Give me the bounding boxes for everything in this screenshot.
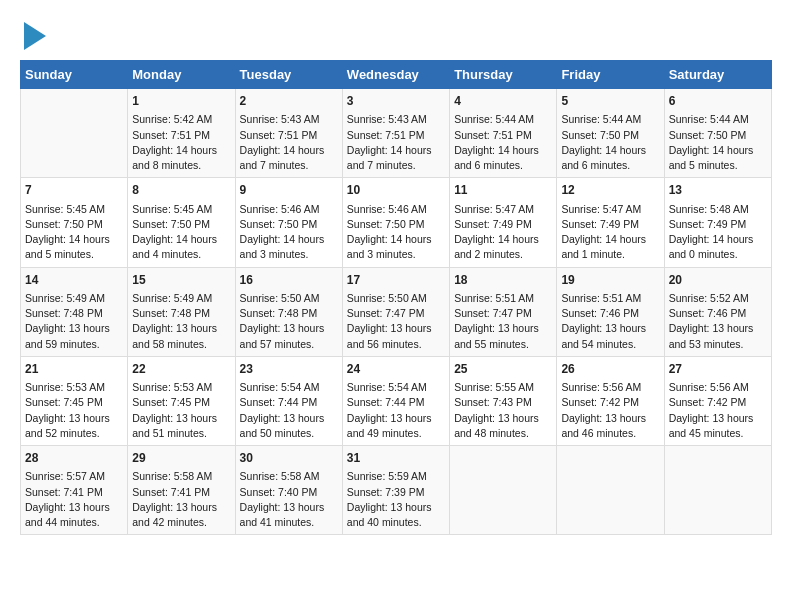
calendar-cell: 13Sunrise: 5:48 AMSunset: 7:49 PMDayligh…	[664, 178, 771, 267]
day-number: 5	[561, 93, 659, 110]
calendar-cell	[21, 89, 128, 178]
day-number: 23	[240, 361, 338, 378]
column-header-tuesday: Tuesday	[235, 61, 342, 89]
calendar-cell: 10Sunrise: 5:46 AMSunset: 7:50 PMDayligh…	[342, 178, 449, 267]
week-row: 21Sunrise: 5:53 AMSunset: 7:45 PMDayligh…	[21, 356, 772, 445]
page-header	[20, 20, 772, 50]
day-content: Sunrise: 5:44 AMSunset: 7:50 PMDaylight:…	[669, 112, 767, 173]
day-number: 27	[669, 361, 767, 378]
day-content: Sunrise: 5:44 AMSunset: 7:50 PMDaylight:…	[561, 112, 659, 173]
calendar-cell: 3Sunrise: 5:43 AMSunset: 7:51 PMDaylight…	[342, 89, 449, 178]
day-number: 12	[561, 182, 659, 199]
calendar-cell: 19Sunrise: 5:51 AMSunset: 7:46 PMDayligh…	[557, 267, 664, 356]
day-content: Sunrise: 5:47 AMSunset: 7:49 PMDaylight:…	[454, 202, 552, 263]
calendar-cell	[557, 446, 664, 535]
calendar-cell: 25Sunrise: 5:55 AMSunset: 7:43 PMDayligh…	[450, 356, 557, 445]
day-number: 3	[347, 93, 445, 110]
day-content: Sunrise: 5:48 AMSunset: 7:49 PMDaylight:…	[669, 202, 767, 263]
week-row: 28Sunrise: 5:57 AMSunset: 7:41 PMDayligh…	[21, 446, 772, 535]
day-number: 28	[25, 450, 123, 467]
calendar-cell: 7Sunrise: 5:45 AMSunset: 7:50 PMDaylight…	[21, 178, 128, 267]
column-header-wednesday: Wednesday	[342, 61, 449, 89]
day-content: Sunrise: 5:51 AMSunset: 7:47 PMDaylight:…	[454, 291, 552, 352]
calendar-cell: 6Sunrise: 5:44 AMSunset: 7:50 PMDaylight…	[664, 89, 771, 178]
day-number: 19	[561, 272, 659, 289]
calendar-cell: 31Sunrise: 5:59 AMSunset: 7:39 PMDayligh…	[342, 446, 449, 535]
day-content: Sunrise: 5:56 AMSunset: 7:42 PMDaylight:…	[561, 380, 659, 441]
day-content: Sunrise: 5:43 AMSunset: 7:51 PMDaylight:…	[240, 112, 338, 173]
logo	[20, 20, 46, 50]
day-content: Sunrise: 5:50 AMSunset: 7:48 PMDaylight:…	[240, 291, 338, 352]
day-number: 14	[25, 272, 123, 289]
day-number: 18	[454, 272, 552, 289]
calendar-cell: 16Sunrise: 5:50 AMSunset: 7:48 PMDayligh…	[235, 267, 342, 356]
day-number: 10	[347, 182, 445, 199]
day-number: 21	[25, 361, 123, 378]
column-header-friday: Friday	[557, 61, 664, 89]
day-content: Sunrise: 5:51 AMSunset: 7:46 PMDaylight:…	[561, 291, 659, 352]
day-content: Sunrise: 5:45 AMSunset: 7:50 PMDaylight:…	[132, 202, 230, 263]
day-number: 1	[132, 93, 230, 110]
day-content: Sunrise: 5:50 AMSunset: 7:47 PMDaylight:…	[347, 291, 445, 352]
day-number: 2	[240, 93, 338, 110]
day-content: Sunrise: 5:49 AMSunset: 7:48 PMDaylight:…	[132, 291, 230, 352]
day-number: 15	[132, 272, 230, 289]
day-content: Sunrise: 5:54 AMSunset: 7:44 PMDaylight:…	[347, 380, 445, 441]
day-number: 9	[240, 182, 338, 199]
day-content: Sunrise: 5:56 AMSunset: 7:42 PMDaylight:…	[669, 380, 767, 441]
week-row: 1Sunrise: 5:42 AMSunset: 7:51 PMDaylight…	[21, 89, 772, 178]
day-number: 4	[454, 93, 552, 110]
week-row: 7Sunrise: 5:45 AMSunset: 7:50 PMDaylight…	[21, 178, 772, 267]
day-content: Sunrise: 5:45 AMSunset: 7:50 PMDaylight:…	[25, 202, 123, 263]
calendar-cell: 28Sunrise: 5:57 AMSunset: 7:41 PMDayligh…	[21, 446, 128, 535]
week-row: 14Sunrise: 5:49 AMSunset: 7:48 PMDayligh…	[21, 267, 772, 356]
day-content: Sunrise: 5:46 AMSunset: 7:50 PMDaylight:…	[240, 202, 338, 263]
calendar-table: SundayMondayTuesdayWednesdayThursdayFrid…	[20, 60, 772, 535]
calendar-cell: 29Sunrise: 5:58 AMSunset: 7:41 PMDayligh…	[128, 446, 235, 535]
day-content: Sunrise: 5:58 AMSunset: 7:41 PMDaylight:…	[132, 469, 230, 530]
calendar-cell: 17Sunrise: 5:50 AMSunset: 7:47 PMDayligh…	[342, 267, 449, 356]
day-content: Sunrise: 5:59 AMSunset: 7:39 PMDaylight:…	[347, 469, 445, 530]
logo-arrow-icon	[24, 22, 46, 50]
calendar-cell: 21Sunrise: 5:53 AMSunset: 7:45 PMDayligh…	[21, 356, 128, 445]
day-content: Sunrise: 5:46 AMSunset: 7:50 PMDaylight:…	[347, 202, 445, 263]
day-number: 25	[454, 361, 552, 378]
day-number: 29	[132, 450, 230, 467]
day-number: 30	[240, 450, 338, 467]
calendar-cell: 27Sunrise: 5:56 AMSunset: 7:42 PMDayligh…	[664, 356, 771, 445]
day-content: Sunrise: 5:42 AMSunset: 7:51 PMDaylight:…	[132, 112, 230, 173]
calendar-cell: 15Sunrise: 5:49 AMSunset: 7:48 PMDayligh…	[128, 267, 235, 356]
calendar-cell: 14Sunrise: 5:49 AMSunset: 7:48 PMDayligh…	[21, 267, 128, 356]
calendar-cell: 20Sunrise: 5:52 AMSunset: 7:46 PMDayligh…	[664, 267, 771, 356]
column-header-saturday: Saturday	[664, 61, 771, 89]
day-content: Sunrise: 5:53 AMSunset: 7:45 PMDaylight:…	[132, 380, 230, 441]
day-number: 11	[454, 182, 552, 199]
column-header-sunday: Sunday	[21, 61, 128, 89]
calendar-cell: 30Sunrise: 5:58 AMSunset: 7:40 PMDayligh…	[235, 446, 342, 535]
day-content: Sunrise: 5:43 AMSunset: 7:51 PMDaylight:…	[347, 112, 445, 173]
day-number: 26	[561, 361, 659, 378]
day-number: 6	[669, 93, 767, 110]
day-number: 7	[25, 182, 123, 199]
calendar-cell	[664, 446, 771, 535]
calendar-cell: 24Sunrise: 5:54 AMSunset: 7:44 PMDayligh…	[342, 356, 449, 445]
day-number: 17	[347, 272, 445, 289]
day-number: 22	[132, 361, 230, 378]
day-number: 24	[347, 361, 445, 378]
calendar-cell: 22Sunrise: 5:53 AMSunset: 7:45 PMDayligh…	[128, 356, 235, 445]
day-number: 20	[669, 272, 767, 289]
day-content: Sunrise: 5:44 AMSunset: 7:51 PMDaylight:…	[454, 112, 552, 173]
day-content: Sunrise: 5:57 AMSunset: 7:41 PMDaylight:…	[25, 469, 123, 530]
calendar-cell: 11Sunrise: 5:47 AMSunset: 7:49 PMDayligh…	[450, 178, 557, 267]
day-number: 31	[347, 450, 445, 467]
day-content: Sunrise: 5:52 AMSunset: 7:46 PMDaylight:…	[669, 291, 767, 352]
calendar-cell	[450, 446, 557, 535]
day-content: Sunrise: 5:54 AMSunset: 7:44 PMDaylight:…	[240, 380, 338, 441]
day-number: 8	[132, 182, 230, 199]
column-header-monday: Monday	[128, 61, 235, 89]
day-content: Sunrise: 5:58 AMSunset: 7:40 PMDaylight:…	[240, 469, 338, 530]
day-content: Sunrise: 5:53 AMSunset: 7:45 PMDaylight:…	[25, 380, 123, 441]
header-row: SundayMondayTuesdayWednesdayThursdayFrid…	[21, 61, 772, 89]
calendar-cell: 23Sunrise: 5:54 AMSunset: 7:44 PMDayligh…	[235, 356, 342, 445]
calendar-cell: 8Sunrise: 5:45 AMSunset: 7:50 PMDaylight…	[128, 178, 235, 267]
